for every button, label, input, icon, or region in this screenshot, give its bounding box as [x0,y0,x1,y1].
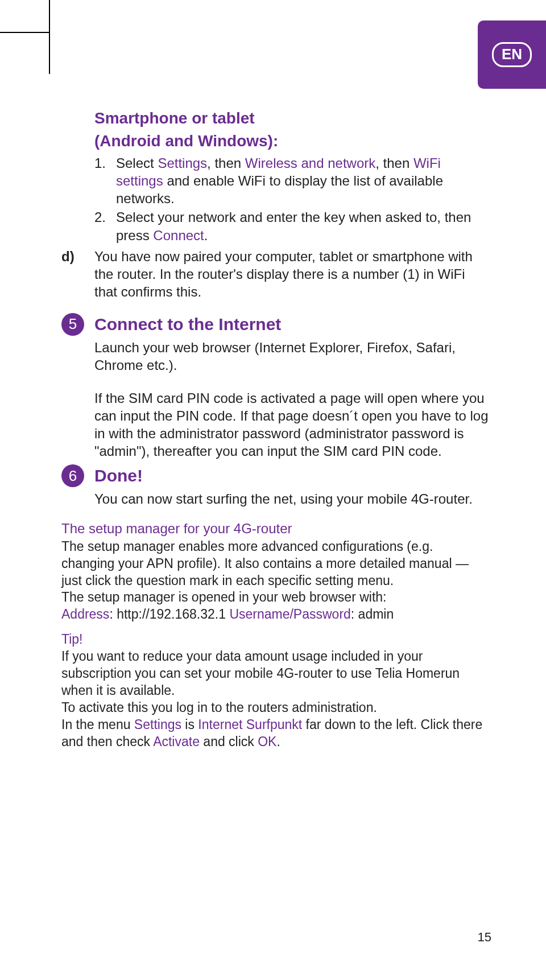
setup-manager-open-line: The setup manager is opened in your web … [61,589,489,606]
page-number: 15 [478,929,491,946]
step-2: 2. Select your network and enter the key… [94,208,489,244]
internet-surfpunkt-keyword: Internet Surfpunkt [198,717,302,732]
step-5-badge: 5 [61,313,84,336]
text: . [204,228,208,243]
text: , then [375,155,413,171]
setup-manager-credentials: Address: http://192.168.32.1 Username/Pa… [61,606,489,623]
text: In the menu [61,717,134,732]
text: is [181,717,198,732]
step-6-row: 6 Done! You can now start surfing the ne… [61,464,489,508]
userpass-value: : admin [351,607,394,621]
step-d: d) You have now paired your computer, ta… [61,248,489,301]
userpass-label: Username/Password [229,607,350,621]
crop-mark-vertical [49,0,50,74]
page-content: Smartphone or tablet (Android and Window… [61,108,489,750]
settings-menu-keyword: Settings [134,717,181,732]
language-tab: EN [478,20,546,89]
step-6-badge: 6 [61,464,84,487]
setup-manager-body: The setup manager enables more advanced … [61,538,489,590]
text: and click [200,734,258,749]
text: and enable WiFi to display the list of a… [116,173,443,206]
text: . [276,734,280,749]
tip-label: Tip! [61,631,489,648]
ok-keyword: OK [258,734,276,749]
language-badge: EN [492,42,532,67]
device-heading-line1: Smartphone or tablet [94,108,489,129]
step-5-p2: If the SIM card PIN code is activated a … [94,389,489,460]
step-5-title: Connect to the Internet [94,313,489,335]
address-label: Address [61,607,109,621]
address-value: : http://192.168.32.1 [109,607,229,621]
step-5-p1: Launch your web browser (Internet Explor… [94,339,489,374]
text: , then [207,155,245,171]
activate-keyword: Activate [153,734,200,749]
step-6-p1: You can now start surfing the net, using… [94,490,489,508]
step-d-text: You have now paired your computer, table… [94,248,489,301]
wireless-keyword: Wireless and network [245,155,375,171]
crop-mark-horizontal [0,32,49,33]
setup-manager-heading: The setup manager for your 4G-router [61,520,489,537]
device-heading-line2: (Android and Windows): [94,131,489,151]
step-1: 1. Select Settings, then Wireless and ne… [94,154,489,208]
step-1-number: 1. [94,154,116,208]
step-d-marker: d) [61,248,94,301]
tip-line1: If you want to reduce your data amount u… [61,648,489,699]
text: Select [116,155,158,171]
step-5-row: 5 Connect to the Internet Launch your we… [61,313,489,460]
settings-keyword: Settings [158,155,207,171]
tip-line2: To activate this you log in to the route… [61,699,489,717]
step-2-number: 2. [94,208,116,244]
step-1-text: Select Settings, then Wireless and netwo… [116,154,489,208]
step-6-title: Done! [94,464,489,487]
tip-line3: In the menu Settings is Internet Surfpun… [61,717,489,751]
connect-keyword: Connect [153,228,204,243]
step-2-text: Select your network and enter the key wh… [116,208,489,244]
